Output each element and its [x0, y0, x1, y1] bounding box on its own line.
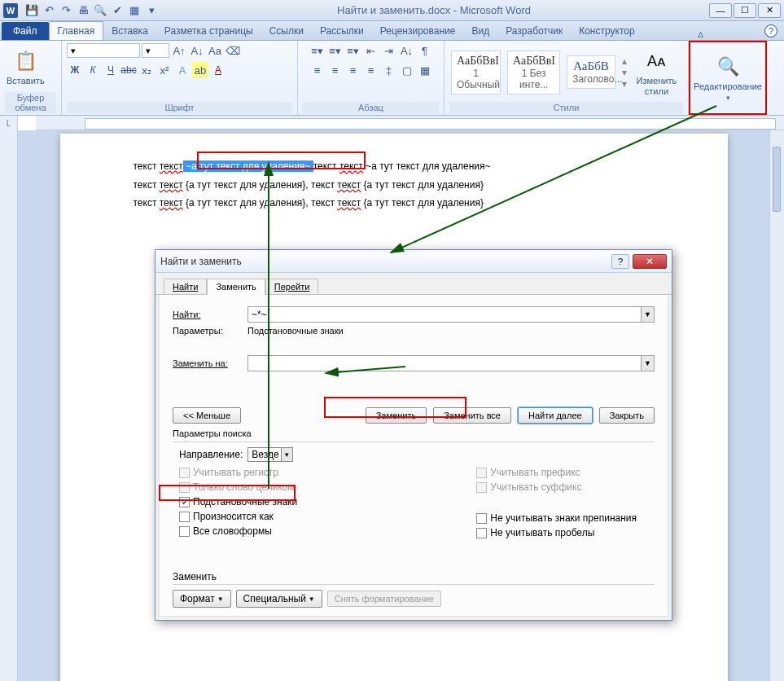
direction-select[interactable]: Везде ▼	[247, 447, 292, 462]
dialog-tab-goto[interactable]: Перейти	[265, 279, 319, 295]
text-effects-icon[interactable]: A	[174, 62, 191, 78]
italic-icon[interactable]: К	[85, 62, 101, 78]
font-size-select[interactable]: ▾	[142, 43, 169, 58]
bullets-icon[interactable]: ≡▾	[309, 42, 326, 59]
clear-format-icon[interactable]: ⌫	[225, 42, 241, 59]
indent-right-icon[interactable]: ⇥	[381, 42, 397, 59]
justify-icon[interactable]: ≡	[363, 62, 379, 78]
replace-button[interactable]: Заменить	[366, 407, 427, 424]
tab-insert[interactable]: Вставка	[103, 22, 156, 40]
ribbon-minimize-icon[interactable]: ▵	[698, 27, 703, 40]
close-dialog-button[interactable]: Закрыть	[599, 407, 655, 424]
special-button[interactable]: Специальный▼	[236, 590, 322, 608]
vertical-ruler[interactable]	[0, 130, 18, 681]
dialog-close-button[interactable]: ✕	[633, 254, 667, 269]
redo-icon[interactable]: ↷	[59, 3, 73, 18]
style-normal[interactable]: АаБбВвІ 1 Обычный	[451, 51, 501, 94]
opt-wildcards[interactable]: Подстановочные знаки	[179, 496, 297, 507]
highlight-icon[interactable]: ab	[192, 62, 208, 78]
file-tab[interactable]: Файл	[2, 22, 49, 40]
find-input[interactable]: ~*~ ▼	[247, 306, 655, 323]
help-icon[interactable]: ?	[764, 24, 777, 37]
bold-icon[interactable]: Ж	[67, 62, 83, 78]
document-text[interactable]: текст текст ~а тут текст для удаления~ т…	[134, 156, 655, 212]
multilevel-icon[interactable]: ≡▾	[345, 42, 361, 59]
tab-review[interactable]: Рецензирование	[372, 22, 464, 40]
tab-view[interactable]: Вид	[463, 22, 497, 40]
align-left-icon[interactable]: ≡	[309, 62, 326, 78]
less-button[interactable]: << Меньше	[173, 407, 241, 424]
style-nospacing[interactable]: АаБбВвІ 1 Без инте...	[507, 51, 560, 94]
chevron-down-icon[interactable]: ▼	[641, 356, 654, 371]
opt-word-forms[interactable]: Все словоформы	[179, 525, 297, 537]
change-styles-icon: Aᴀ	[643, 48, 669, 74]
close-button[interactable]: ✕	[758, 3, 781, 18]
scrollbar-thumb[interactable]	[773, 147, 781, 212]
vertical-scrollbar[interactable]	[769, 130, 784, 681]
qat-more-icon[interactable]: ▾	[144, 3, 159, 18]
styles-scroll-down-icon[interactable]: ▾	[622, 67, 627, 78]
replace-all-button[interactable]: Заменить все	[433, 407, 511, 424]
paragraph-group: ≡▾ ≡▾ ≡▾ ⇤ ⇥ A↓ ¶ ≡ ≡ ≡ ≡ ‡ ▢ ▦ Абзац	[298, 41, 445, 115]
tab-layout[interactable]: Разметка страницы	[156, 22, 261, 40]
print-icon[interactable]: 🖶	[76, 3, 90, 18]
subscript-icon[interactable]: x₂	[138, 62, 155, 78]
sort-icon[interactable]: A↓	[399, 42, 415, 59]
underline-icon[interactable]: Ч	[103, 62, 119, 78]
dialog-title: Найти и заменить	[160, 256, 611, 267]
superscript-icon[interactable]: x²	[156, 62, 173, 78]
change-styles-button[interactable]: Aᴀ Изменить стили	[630, 46, 683, 97]
font-family-select[interactable]: ▾	[67, 43, 140, 58]
numbering-icon[interactable]: ≡▾	[327, 42, 344, 59]
minimize-button[interactable]: —	[709, 3, 732, 18]
options-left: Учитывать регистр Только слово целиком П…	[179, 467, 297, 538]
opt-ignore-punct[interactable]: Не учитывать знаки препинания	[476, 512, 637, 524]
search-params-label: Параметры поиска	[173, 428, 655, 438]
table-icon[interactable]: ▦	[127, 3, 142, 18]
change-case-icon[interactable]: Aa	[207, 42, 223, 59]
title-bar: W 💾 ↶ ↷ 🖶 🔍 ✔ ▦ ▾ Найти и заменить.docx …	[0, 0, 784, 21]
styles-scroll-up-icon[interactable]: ▴	[622, 55, 627, 67]
replace-input[interactable]: ▼	[247, 355, 655, 371]
line-spacing-icon[interactable]: ‡	[381, 62, 397, 78]
find-next-button[interactable]: Найти далее	[518, 407, 593, 424]
save-icon[interactable]: 💾	[24, 3, 39, 18]
font-color-icon[interactable]: A	[210, 62, 226, 78]
grow-font-icon[interactable]: A↑	[171, 42, 187, 59]
spelling-icon[interactable]: ✔	[110, 3, 125, 18]
chevron-down-icon[interactable]: ▼	[641, 307, 654, 322]
editing-group: 🔍 Редактирование ▾	[689, 41, 767, 115]
params-label: Параметры:	[173, 326, 241, 336]
dialog-titlebar[interactable]: Найти и заменить ? ✕	[155, 250, 672, 273]
undo-icon[interactable]: ↶	[42, 3, 56, 18]
paste-button[interactable]: 📋 Вставить	[5, 46, 46, 87]
tab-mailings[interactable]: Рассылки	[312, 22, 372, 40]
format-button[interactable]: Формат▼	[173, 590, 231, 608]
show-marks-icon[interactable]: ¶	[417, 42, 433, 59]
tab-developer[interactable]: Разработчик	[497, 22, 571, 40]
opt-ignore-space[interactable]: Не учитывать пробелы	[476, 527, 637, 538]
ruler-corner: L	[0, 116, 18, 130]
opt-sounds-like[interactable]: Произносится как	[179, 511, 297, 522]
borders-icon[interactable]: ▦	[417, 62, 433, 78]
align-center-icon[interactable]: ≡	[327, 62, 344, 78]
indent-left-icon[interactable]: ⇤	[363, 42, 379, 59]
styles-expand-icon[interactable]: ▾	[622, 78, 627, 90]
maximize-button[interactable]: ☐	[734, 3, 756, 18]
shading-icon[interactable]: ▢	[399, 62, 415, 78]
shrink-font-icon[interactable]: A↓	[189, 42, 205, 59]
align-right-icon[interactable]: ≡	[345, 62, 361, 78]
dialog-body: Найти: ~*~ ▼ Параметры: Подстановочные з…	[159, 295, 668, 617]
paragraph-label: Абзац	[303, 102, 439, 113]
dialog-tab-replace[interactable]: Заменить	[207, 279, 265, 295]
tab-home[interactable]: Главная	[49, 21, 104, 40]
dialog-tab-find[interactable]: Найти	[164, 279, 207, 295]
style-heading[interactable]: АаБбВ Заголово...	[567, 55, 615, 89]
editing-button[interactable]: 🔍 Редактирование ▾	[692, 52, 764, 103]
strike-icon[interactable]: abc	[120, 62, 137, 78]
tab-references[interactable]: Ссылки	[261, 22, 312, 40]
dialog-help-button[interactable]: ?	[611, 254, 629, 269]
horizontal-ruler[interactable]	[36, 116, 784, 130]
preview-icon[interactable]: 🔍	[93, 3, 107, 18]
tab-design[interactable]: Конструктор	[571, 22, 642, 40]
